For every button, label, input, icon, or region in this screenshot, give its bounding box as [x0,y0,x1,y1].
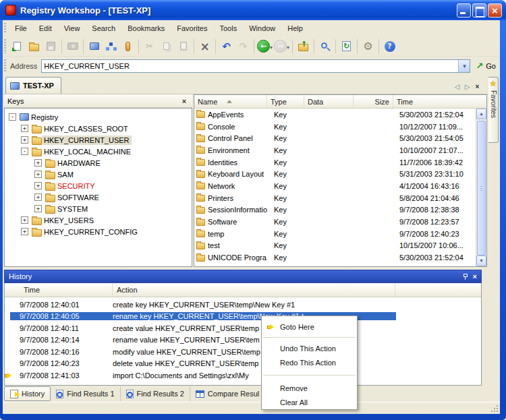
menu-item[interactable]: Bookmarks [121,22,171,34]
cut-button[interactable] [141,38,158,55]
tree-item[interactable]: + HKEY_USERS [7,214,192,226]
dropdown-caret-icon[interactable] [270,42,273,51]
bottom-tab[interactable]: Find Results 1 [51,386,120,401]
tree-expander[interactable]: + [21,136,28,144]
tree-item[interactable]: + SYSTEM [7,203,192,214]
column-header-data[interactable]: Data [304,95,354,108]
tree-item[interactable]: + HKEY_CURRENT_CONFIG [7,226,192,237]
keys-panel-close-icon[interactable]: × [179,97,189,105]
close-button[interactable] [488,3,502,18]
open-button[interactable] [26,38,43,55]
network-button[interactable] [103,38,119,55]
address-dropdown-button[interactable] [458,60,470,72]
maximize-button[interactable] [472,3,486,18]
tree-expander[interactable]: + [34,205,42,212]
go-button[interactable]: Go [476,61,496,71]
tree-expander[interactable]: + [34,159,42,167]
tab-scroll-right-button[interactable]: ▷ [462,83,472,90]
list-row[interactable]: temp Key 9/7/2008 12:40:23 [194,228,476,240]
list-row[interactable]: Identities Key 11/7/2006 18:39:42 [194,156,476,169]
tree-expander[interactable]: + [34,182,42,189]
tree-item[interactable]: + HKEY_CLASSES_ROOT [7,123,192,134]
snapshot-button[interactable] [64,38,81,55]
tree-expander[interactable]: + [21,125,28,132]
refresh-button[interactable] [338,38,355,55]
up-one-level-button[interactable] [295,38,312,55]
menu-item-remove[interactable]: Remove [262,381,308,395]
tree-expander[interactable]: + [34,193,42,201]
menu-item-goto-here[interactable]: Goto Here [262,320,314,334]
bottom-tab[interactable]: Find Results 2 [121,386,190,401]
list-row[interactable]: Keyboard Layout Key 5/31/2003 23:31:10 [194,168,476,180]
tree-item[interactable]: - HKEY_LOCAL_MACHINE [7,146,192,157]
tree-item[interactable]: - Registry [7,111,192,123]
tree-expander[interactable]: - [21,148,28,155]
list-row[interactable]: Environment Key 10/10/2007 21:07... [194,144,476,156]
list-row[interactable]: Software Key 9/7/2008 12:23:57 [194,216,476,228]
pin-icon[interactable] [463,274,468,280]
column-header-size[interactable]: Size [354,95,393,108]
undo-button[interactable] [218,38,235,55]
delete-button[interactable] [196,38,213,55]
tree-item[interactable]: + SOFTWARE [7,191,192,203]
favorites-side-tab[interactable]: Favorites [488,77,499,143]
redo-button[interactable] [235,38,252,55]
history-row[interactable]: 9/7/2008 12:40:14 rename value HKEY_CURR… [5,334,481,347]
tree-item[interactable]: + HKEY_CURRENT_USER [7,134,192,146]
list-row[interactable]: UNICODE Progra... Key 5/30/2003 21:52:04 [194,251,476,264]
menu-item[interactable]: Favorites [171,22,213,34]
menu-item-undo-this-action[interactable]: Undo This Action [262,341,336,355]
tree-item[interactable]: + SAM [7,169,192,180]
list-row[interactable]: SessionInformation Key 9/7/2008 12:38:38 [194,204,476,216]
open-key-button[interactable] [119,38,136,55]
menu-item[interactable]: Tools [214,22,244,34]
history-row[interactable]: 9/7/2008 12:40:01 create key HKEY_CURREN… [5,299,481,311]
list-row[interactable]: AppEvents Key 5/30/2003 21:52:04 [194,109,476,121]
scroll-up-icon[interactable]: ▲ [476,109,486,119]
scrollbar-thumb[interactable] [477,121,486,256]
history-row[interactable]: 9/7/2008 12:40:11 create value HKEY_CURR… [5,322,481,334]
paste-button[interactable] [175,38,192,55]
tab-test-xp[interactable]: TEST-XP [5,77,61,94]
history-row[interactable]: 9/7/2008 12:41:03 import C:\Documents an… [5,369,481,382]
menu-item-redo-this-action[interactable]: Redo This Action [262,355,336,369]
tree-expander[interactable]: + [21,228,28,235]
resize-grip[interactable] [490,404,498,412]
minimize-button[interactable] [457,3,471,18]
menu-item[interactable]: Window [243,22,281,34]
help-button[interactable] [381,38,398,55]
scroll-down-icon[interactable]: ▼ [476,256,486,266]
address-input[interactable] [42,60,458,72]
tree-expander[interactable]: - [9,113,16,121]
tree-item[interactable]: + HARDWARE [7,157,192,169]
copy-button[interactable] [158,38,175,55]
menu-item[interactable]: Edit [33,22,58,34]
list-row[interactable]: Network Key 4/1/2004 16:43:16 [194,180,476,192]
list-row[interactable]: Console Key 10/12/2007 11:09... [194,121,476,133]
dropdown-caret-icon[interactable] [287,42,289,51]
menu-item[interactable]: Help [281,22,309,34]
addressbar-grip[interactable] [4,59,6,72]
list-row[interactable]: Printers Key 5/8/2004 21:04:46 [194,192,476,204]
history-close-icon[interactable]: × [473,272,477,280]
column-header-name[interactable]: Name [194,95,267,108]
bottom-tab[interactable]: Compare Resul [190,386,265,401]
vertical-scrollbar[interactable]: ▲ ▼ [476,109,486,266]
tab-close-button[interactable]: × [472,83,482,90]
tree-expander[interactable]: + [34,171,42,178]
history-row[interactable]: 9/7/2008 12:40:16 modify value HKEY_CURR… [5,346,481,358]
back-button[interactable] [256,38,273,55]
menu-item[interactable]: View [58,22,86,34]
history-row[interactable]: 9/7/2008 12:40:23 delete value HKEY_CURR… [5,358,481,370]
tab-scroll-left-button[interactable]: ◁ [452,83,462,90]
tree-item[interactable]: + SECURITY [7,180,192,191]
import-file-button[interactable] [9,38,26,55]
list-row[interactable]: Control Panel Key 5/30/2003 21:54:05 [194,132,476,144]
connect-computer-button[interactable] [86,38,103,55]
menu-item[interactable]: Search [86,22,121,34]
search-button[interactable] [316,38,333,55]
save-button[interactable] [43,38,59,55]
settings-button[interactable] [360,38,376,55]
history-row[interactable]: 9/7/2008 12:40:05 rename key HKEY_CURREN… [5,311,481,323]
toolbar-grip[interactable] [4,39,6,53]
